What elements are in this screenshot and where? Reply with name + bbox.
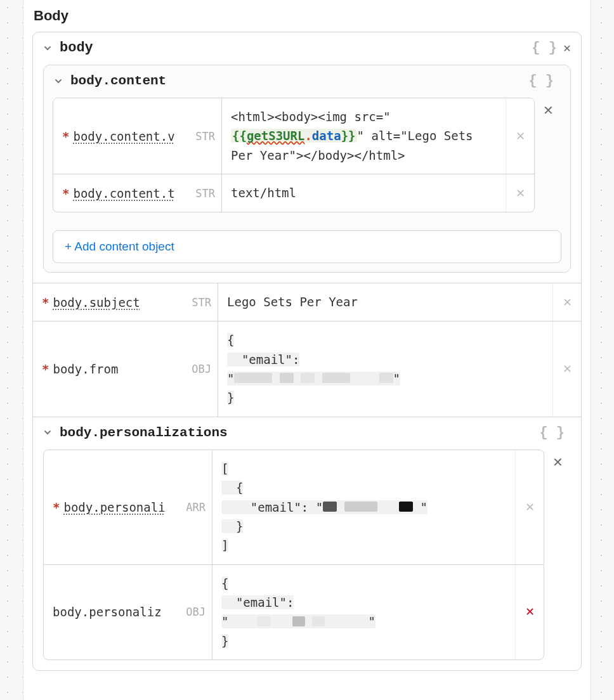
personalizations-rows: * body.personali ARR [ { "email": " " } … (43, 450, 544, 661)
close-icon[interactable]: ✕ (553, 283, 581, 321)
type-tag: ARR (182, 501, 206, 514)
required-asterisk: * (53, 500, 60, 514)
table-row: * body.content.v STR <html><body><img sr… (53, 98, 534, 174)
key-label: body.personali (63, 500, 165, 514)
braces-icon[interactable]: { } (539, 425, 565, 441)
key-label: body.content.t (73, 186, 174, 200)
type-tag: OBJ (182, 606, 206, 618)
table-row: * body.personali ARR [ { "email": " " } … (44, 450, 544, 564)
key-cell[interactable]: * body.personali ARR (44, 450, 212, 564)
type-tag: STR (192, 187, 215, 200)
braces-icon[interactable]: { } (532, 40, 557, 56)
braces-icon[interactable]: { } (528, 73, 554, 89)
table-row: body.personaliz OBJ { "email": " " } ✕ (44, 564, 544, 660)
chevron-down-icon (43, 44, 52, 53)
close-icon[interactable]: ✕ (506, 98, 534, 174)
type-tag: STR (192, 130, 215, 143)
key-cell[interactable]: * body.from OBJ (33, 321, 218, 417)
table-row: * body.subject STR Lego Sets Per Year ✕ (33, 283, 581, 321)
table-row: * body.from OBJ { "email": " " } ✕ (33, 321, 581, 417)
required-asterisk: * (42, 362, 49, 376)
close-icon[interactable]: ✕ (506, 174, 534, 212)
close-icon[interactable]: ✕ (563, 40, 571, 56)
close-icon[interactable]: ✕ (516, 565, 544, 660)
type-tag: OBJ (188, 363, 211, 375)
key-cell[interactable]: body.personaliz OBJ (44, 565, 212, 660)
value-cell[interactable]: { "email": " " } (212, 565, 516, 660)
body-label: body (60, 40, 93, 56)
close-icon[interactable]: ✕ (553, 321, 581, 417)
key-label: body.subject (53, 295, 140, 309)
value-cell[interactable]: { "email": " " } (218, 321, 553, 417)
required-asterisk: * (62, 186, 69, 200)
body-content-header[interactable]: body.content { } (44, 65, 570, 98)
body-content-label: body.content (70, 74, 166, 88)
add-content-button[interactable]: + Add content object (53, 230, 561, 263)
key-label: body.content.v (73, 129, 174, 143)
panel: Body body { } ✕ body. (23, 0, 591, 700)
key-cell[interactable]: * body.content.t STR (53, 174, 222, 212)
value-cell[interactable]: text/html (222, 174, 506, 212)
required-asterisk: * (42, 295, 49, 309)
section-title: Body (34, 8, 582, 24)
chevron-down-icon (43, 428, 52, 437)
key-cell[interactable]: * body.content.v STR (53, 98, 222, 174)
body-personalizations-header[interactable]: body.personalizations { } (33, 417, 581, 450)
value-cell[interactable]: [ { "email": " " } ] (212, 450, 516, 564)
table-row: * body.content.t STR text/html ✕ (53, 174, 534, 212)
content-rows: * body.content.v STR <html><body><img sr… (53, 98, 535, 212)
row-close-icon[interactable]: ✕ (544, 450, 571, 661)
body-content-block: body.content { } * body.content (43, 65, 571, 273)
value-cell[interactable]: <html><body><img src="{{getS3URL.data}}"… (222, 98, 506, 174)
type-tag: STR (188, 296, 211, 309)
value-cell[interactable]: Lego Sets Per Year (218, 283, 553, 321)
key-label: body.personaliz (53, 605, 162, 619)
close-icon[interactable]: ✕ (516, 450, 544, 564)
key-label: body.from (53, 362, 118, 376)
row-close-icon[interactable]: ✕ (535, 98, 561, 212)
body-header[interactable]: body { } ✕ (33, 32, 581, 65)
required-asterisk: * (62, 129, 69, 143)
key-cell[interactable]: * body.subject STR (33, 283, 218, 321)
body-personalizations-label: body.personalizations (60, 425, 228, 440)
chevron-down-icon (54, 77, 63, 86)
canvas: Body body { } ✕ body. (0, 0, 614, 700)
body-block: body { } ✕ body.content { } (32, 32, 582, 671)
